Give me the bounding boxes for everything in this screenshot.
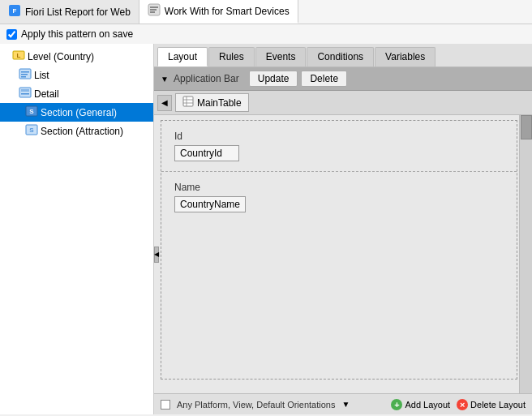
delete-button[interactable]: Delete: [301, 71, 347, 87]
sidebar-tree: L Level (Country) List: [0, 44, 154, 414]
id-field-label: Id: [174, 131, 504, 142]
delete-layout-button[interactable]: × Delete Layout: [457, 399, 526, 410]
right-scrollbar[interactable]: [519, 115, 532, 393]
main-layout: L Level (Country) List: [0, 44, 532, 414]
tab-conditions[interactable]: Conditions: [307, 47, 374, 66]
tab-variables[interactable]: Variables: [375, 47, 435, 66]
list-icon: [19, 67, 32, 83]
delete-icon: ×: [457, 399, 468, 410]
sidebar-item-list[interactable]: List: [0, 66, 153, 84]
tabs-bar: Layout Rules Events Conditions Variables: [154, 44, 532, 67]
svg-rect-12: [19, 88, 31, 97]
tab-layout[interactable]: Layout: [157, 47, 208, 66]
form-section-id: Id CountryId: [161, 121, 517, 172]
svg-rect-19: [183, 96, 193, 106]
table-chip-label: MainTable: [197, 97, 242, 109]
svg-text:S: S: [29, 127, 34, 134]
svg-rect-13: [21, 89, 29, 92]
level-icon: L: [12, 49, 25, 64]
sidebar-detail-label: Detail: [34, 88, 59, 100]
name-field-label: Name: [174, 182, 504, 193]
title-bar: F Fiori List Report for Web Work With fo…: [0, 0, 532, 24]
tab-rules[interactable]: Rules: [208, 47, 255, 66]
sidebar-item-section-general[interactable]: S Section (General): [0, 103, 153, 122]
svg-text:L: L: [17, 52, 21, 59]
svg-rect-5: [150, 11, 155, 13]
apply-pattern-label: Apply this pattern on save: [21, 28, 133, 40]
svg-rect-10: [21, 74, 28, 75]
add-layout-button[interactable]: + Add Layout: [391, 399, 450, 410]
status-bar: Any Platform, View, Default Orientations…: [154, 393, 532, 414]
detail-icon: [19, 86, 32, 101]
update-button[interactable]: Update: [249, 71, 298, 87]
section-general-icon: S: [25, 105, 38, 120]
prev-table-button[interactable]: ◀: [157, 95, 172, 111]
sidebar-item-level[interactable]: L Level (Country): [0, 47, 153, 66]
delete-layout-label: Delete Layout: [470, 400, 526, 410]
section-attraction-icon: S: [25, 123, 38, 139]
right-panel: Layout Rules Events Conditions Variables…: [154, 44, 532, 414]
platform-label: Any Platform, View, Default Orientations: [177, 400, 335, 410]
sidebar-item-detail[interactable]: Detail: [0, 84, 153, 103]
svg-rect-4: [150, 9, 157, 11]
canvas-inner[interactable]: ◀ Id CountryId Name CountryName: [154, 115, 519, 393]
svg-rect-11: [21, 76, 26, 78]
id-field-value[interactable]: CountryId: [174, 145, 239, 161]
platform-checkbox[interactable]: [161, 400, 170, 410]
svg-text:S: S: [29, 108, 34, 115]
workwith-tab-label: Work With for Smart Devices: [165, 6, 290, 17]
tab-fiori-list[interactable]: F Fiori List Report for Web: [0, 0, 139, 24]
app-bar-label: Application Bar: [174, 73, 239, 84]
sidebar-level-label: Level (Country): [28, 51, 94, 62]
name-field-value[interactable]: CountryName: [174, 196, 246, 212]
collapse-icon[interactable]: ▼: [159, 73, 170, 84]
sidebar-section-general-label: Section (General): [41, 107, 117, 118]
table-chip-icon: [182, 96, 194, 109]
add-layout-label: Add Layout: [405, 400, 450, 410]
svg-text:F: F: [13, 7, 17, 15]
main-table-chip[interactable]: MainTable: [175, 93, 249, 112]
platform-dropdown-icon[interactable]: ▼: [341, 400, 350, 409]
apply-pattern-row: Apply this pattern on save: [0, 24, 532, 44]
app-bar-row: ▼ Application Bar Update Delete: [154, 67, 532, 91]
workwith-icon: [148, 3, 161, 19]
tab-workwith[interactable]: Work With for Smart Devices: [139, 0, 298, 24]
scrollbar-thumb[interactable]: [521, 115, 532, 139]
sidebar-section-attraction-label: Section (Attraction): [41, 126, 123, 137]
svg-rect-3: [150, 6, 158, 8]
add-icon: +: [391, 399, 402, 410]
svg-rect-9: [21, 71, 29, 73]
table-toolbar: ◀ MainTable ▶: [154, 91, 532, 115]
fiori-icon: F: [8, 4, 21, 19]
form-canvas: Id CountryId Name CountryName: [161, 120, 517, 380]
form-section-name: Name CountryName: [161, 172, 517, 222]
apply-pattern-checkbox[interactable]: [6, 29, 17, 40]
canvas-wrapper: ◀ Id CountryId Name CountryName: [154, 115, 532, 393]
svg-rect-14: [21, 93, 29, 95]
fiori-tab-label: Fiori List Report for Web: [25, 6, 131, 18]
tab-events[interactable]: Events: [255, 47, 307, 66]
sidebar-item-section-attraction[interactable]: S Section (Attraction): [0, 122, 153, 140]
sidebar-list-label: List: [34, 70, 49, 81]
